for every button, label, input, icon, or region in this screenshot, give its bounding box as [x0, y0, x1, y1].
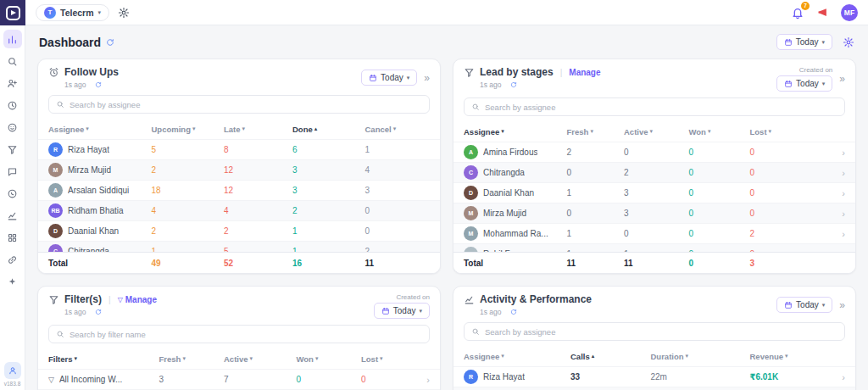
- dashboard-settings-icon[interactable]: [843, 36, 854, 48]
- chevron-down-icon: ▾: [407, 75, 410, 81]
- sidebar-item-integrations[interactable]: [3, 250, 22, 269]
- column-header-assignee[interactable]: Assignee▾: [48, 125, 152, 134]
- done-value: 6: [292, 145, 365, 154]
- avatar: M: [48, 163, 63, 177]
- user-avatar[interactable]: MF: [841, 4, 858, 21]
- activity-rows: RRiza Hayat3322m₹6.01K› MMirza Mujid3156…: [453, 366, 855, 390]
- notifications-bell-icon[interactable]: 7: [791, 6, 804, 20]
- refresh-icon[interactable]: [510, 309, 517, 315]
- table-row[interactable]: MMirza Mujid21234: [38, 159, 440, 180]
- row-chevron-icon[interactable]: ›: [807, 168, 845, 178]
- column-header-filters[interactable]: Filters▾: [48, 354, 159, 364]
- page-today-dropdown[interactable]: Today ▾: [776, 34, 832, 50]
- column-header-duration[interactable]: Duration▾: [651, 352, 750, 361]
- settings-gear-icon[interactable]: [118, 7, 130, 19]
- row-chevron-icon[interactable]: ›: [807, 209, 845, 219]
- column-header-assignee[interactable]: Assignee▾: [464, 352, 570, 361]
- column-header-calls[interactable]: Calls▴: [570, 352, 651, 361]
- expand-icon[interactable]: »: [839, 73, 845, 85]
- panel-title: Lead by stages: [480, 66, 554, 78]
- column-header-revenue[interactable]: Revenue▾: [750, 352, 823, 361]
- sidebar-item-pipeline[interactable]: [3, 140, 22, 159]
- app-logo[interactable]: [0, 0, 25, 25]
- sidebar-item-reports[interactable]: [3, 206, 22, 225]
- refresh-icon[interactable]: [95, 309, 102, 315]
- column-header-lost[interactable]: Lost▾: [361, 354, 407, 364]
- announcements-icon[interactable]: [816, 6, 829, 19]
- followups-today-dropdown[interactable]: Today ▾: [361, 70, 417, 86]
- table-row[interactable]: RRiza Hayat5861: [38, 139, 440, 159]
- lead-today-dropdown[interactable]: Today ▾: [776, 75, 832, 92]
- table-row[interactable]: MMirza Mujid0300›: [453, 203, 855, 223]
- table-row[interactable]: DDaanial Khan1300›: [453, 182, 855, 203]
- table-row[interactable]: CChitrangda0200›: [453, 162, 855, 182]
- filters-search-input[interactable]: [70, 330, 422, 339]
- row-chevron-icon[interactable]: ›: [807, 148, 845, 158]
- workspace-switcher[interactable]: T Telecrm ▾: [36, 4, 109, 21]
- divider: |: [108, 295, 111, 304]
- won-value: 0: [297, 375, 362, 384]
- assignee-name: Amina Firdous: [483, 148, 537, 157]
- upcoming-total: 49: [152, 259, 225, 268]
- sidebar-item-engagement[interactable]: [3, 118, 22, 136]
- table-row[interactable]: RRiza Hayat3322m₹6.01K›: [453, 366, 855, 387]
- sidebar-item-ai[interactable]: [3, 272, 22, 291]
- row-chevron-icon[interactable]: ›: [807, 188, 845, 198]
- profile-icon[interactable]: [4, 362, 21, 379]
- table-row[interactable]: ▽All Incoming W...3700›: [38, 369, 440, 389]
- column-header-won[interactable]: Won▾: [689, 127, 750, 136]
- late-value: 12: [224, 165, 292, 175]
- table-row[interactable]: DDaanial Khan2210: [38, 220, 440, 241]
- assignee-name: Mirza Mujid: [483, 209, 526, 218]
- won-value: 0: [689, 148, 750, 157]
- sidebar-item-whatsapp[interactable]: [3, 184, 22, 203]
- lead-search-input[interactable]: [485, 103, 837, 112]
- sidebar-item-chats[interactable]: [3, 162, 22, 181]
- column-header-active[interactable]: Active▾: [624, 127, 689, 136]
- refresh-icon[interactable]: [510, 81, 517, 88]
- column-header-assignee[interactable]: Assignee▾: [464, 127, 567, 136]
- column-header-done[interactable]: Done▴: [292, 125, 365, 134]
- sidebar-item-history[interactable]: [3, 96, 22, 114]
- column-header-fresh[interactable]: Fresh▾: [159, 354, 225, 364]
- upcoming-value: 18: [152, 186, 225, 195]
- sidebar-item-add-lead[interactable]: [3, 74, 22, 92]
- page-refresh-icon[interactable]: [106, 38, 114, 47]
- manage-link[interactable]: Manage: [569, 68, 600, 77]
- panel-lead-by-stages: Lead by stages | Manage 1s ago Created o…: [453, 58, 856, 274]
- column-header-lost[interactable]: Lost▾: [750, 127, 808, 136]
- followups-search-input[interactable]: [70, 100, 422, 109]
- activity-search-input[interactable]: [485, 327, 837, 337]
- column-header-won[interactable]: Won▾: [297, 354, 362, 364]
- won-value: 0: [689, 229, 750, 238]
- column-header-fresh[interactable]: Fresh▾: [567, 127, 625, 136]
- sidebar-item-search[interactable]: [3, 52, 22, 70]
- table-row[interactable]: RBRidham Bhatia4420: [38, 200, 440, 220]
- chevron-down-icon: ▾: [419, 308, 422, 315]
- expand-icon[interactable]: »: [839, 299, 845, 311]
- done-value: 1: [292, 226, 365, 236]
- column-header-cancel[interactable]: Cancel▾: [365, 125, 431, 134]
- table-row[interactable]: AArsalan Siddiqui181233: [38, 180, 440, 200]
- manage-link[interactable]: ▽Manage: [118, 295, 157, 304]
- column-header-active[interactable]: Active▾: [224, 354, 297, 364]
- sidebar-item-dashboard[interactable]: [3, 30, 22, 48]
- expand-icon[interactable]: »: [424, 72, 430, 84]
- table-row[interactable]: AAmina Firdous2000›: [453, 142, 855, 162]
- row-chevron-icon[interactable]: ›: [407, 375, 430, 385]
- upcoming-value: 2: [152, 165, 225, 175]
- column-header-late[interactable]: Late▾: [224, 125, 292, 134]
- row-chevron-icon[interactable]: ›: [822, 372, 845, 382]
- avatar: RB: [48, 203, 63, 218]
- table-row[interactable]: MMirza Mujid3156m₹4.25K›: [453, 387, 855, 390]
- row-chevron-icon[interactable]: ›: [807, 229, 845, 239]
- activity-today-dropdown[interactable]: Today ▾: [776, 297, 832, 313]
- filters-today-dropdown[interactable]: Today ▾: [374, 303, 430, 319]
- sidebar-item-apps[interactable]: [3, 228, 22, 247]
- refresh-icon[interactable]: [95, 81, 102, 88]
- column-header-upcoming[interactable]: Upcoming▾: [152, 125, 225, 134]
- lost-value: 0: [361, 375, 407, 384]
- funnel-icon: ▽: [48, 376, 54, 384]
- app-shell: T Telecrm ▾ 7 MF v183.8: [0, 0, 868, 390]
- table-row[interactable]: MMohammad Ra...1002›: [453, 223, 855, 243]
